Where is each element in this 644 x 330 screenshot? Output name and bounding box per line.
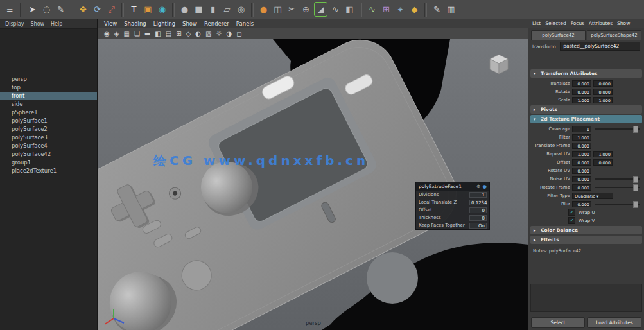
- shadows-icon[interactable]: ◑: [226, 31, 232, 37]
- load-attributes-button[interactable]: Load Attributes: [587, 317, 641, 328]
- outliner-menu-display[interactable]: Display: [5, 21, 24, 27]
- field-chart-icon[interactable]: ▤: [166, 31, 171, 37]
- ipr-render-icon[interactable]: ◉: [156, 3, 168, 16]
- outliner-menu-show[interactable]: Show: [31, 21, 45, 27]
- torus-primitive-icon[interactable]: ◎: [235, 3, 247, 16]
- dropdown[interactable]: Quadratic ▾: [572, 193, 613, 199]
- lock-camera-icon[interactable]: ◈: [114, 31, 119, 37]
- value-field[interactable]: 1.000: [593, 151, 613, 157]
- grid-toggle-icon[interactable]: ▦: [123, 31, 129, 37]
- bridge-tool-icon[interactable]: ◫: [272, 3, 284, 16]
- measure-tool-icon[interactable]: ▥: [445, 3, 457, 16]
- node-name-field[interactable]: pasted__polySurface42: [560, 42, 640, 51]
- ae-menu-selected[interactable]: Selected: [545, 21, 566, 26]
- sphere-primitive-icon[interactable]: ●: [178, 3, 191, 16]
- view-cube[interactable]: [486, 52, 512, 78]
- smooth-tool-icon[interactable]: ∿: [329, 3, 342, 16]
- shaded-icon[interactable]: ◐: [195, 31, 201, 37]
- viewport-menu-shading[interactable]: Shading: [124, 21, 146, 27]
- value-field[interactable]: 0.000: [572, 80, 591, 87]
- slider[interactable]: [595, 187, 640, 188]
- value-field[interactable]: 1.000: [572, 134, 591, 141]
- section-header[interactable]: ▸Pivots: [530, 105, 642, 114]
- pin-icon[interactable]: ●: [482, 184, 487, 189]
- notes-area[interactable]: [530, 284, 642, 312]
- textured-icon[interactable]: ▨: [205, 31, 211, 37]
- viewport-menu-renderer[interactable]: Renderer: [204, 21, 229, 27]
- mirror-tool-icon[interactable]: ◧: [344, 3, 356, 16]
- value-field[interactable]: 0.000: [572, 184, 591, 191]
- checkbox[interactable]: ✓: [568, 217, 575, 224]
- viewport-menu-panels[interactable]: Panels: [236, 21, 254, 27]
- ae-menu-show[interactable]: Show: [617, 21, 630, 26]
- value-field[interactable]: 0.000: [593, 80, 613, 87]
- safe-action-icon[interactable]: ⊞: [176, 31, 181, 37]
- value-field[interactable]: 0.000: [572, 89, 591, 95]
- value-field[interactable]: 0.000: [572, 159, 591, 166]
- gear-icon[interactable]: ⚙: [476, 184, 481, 189]
- outliner-menu-help[interactable]: Help: [51, 21, 62, 27]
- ae-menu-focus[interactable]: Focus: [571, 21, 584, 26]
- slider[interactable]: [595, 128, 640, 130]
- section-header[interactable]: ▾2d Texture Placement: [530, 115, 642, 123]
- value-field[interactable]: 0.000: [572, 168, 591, 174]
- xray-icon[interactable]: ◻: [236, 31, 241, 37]
- slider[interactable]: [595, 178, 640, 180]
- hud-row-value[interactable]: 0.1234: [469, 200, 487, 205]
- lighting-icon[interactable]: ☼: [216, 31, 222, 37]
- bevel-tool-icon[interactable]: ◢: [314, 2, 327, 17]
- outliner-item[interactable]: polySurface2: [0, 125, 97, 134]
- outliner-item[interactable]: polySurface3: [0, 134, 97, 142]
- multi-cut-tool-icon[interactable]: ✂: [286, 3, 298, 16]
- value-field[interactable]: 1: [572, 126, 591, 132]
- paint-select-tool-icon[interactable]: ✎: [55, 3, 67, 16]
- outliner-item[interactable]: side: [0, 100, 97, 109]
- value-field[interactable]: 0.000: [572, 176, 591, 182]
- ae-tab[interactable]: polySurface42: [531, 30, 586, 40]
- ae-menu-list[interactable]: List: [532, 21, 541, 26]
- select-tool-icon[interactable]: ➤: [26, 3, 39, 16]
- target-weld-tool-icon[interactable]: ⊕: [300, 3, 312, 16]
- hud-row-value[interactable]: 0: [469, 215, 487, 221]
- lasso-tool-icon[interactable]: ◌: [40, 3, 53, 16]
- scale-tool-icon[interactable]: ⤢: [105, 3, 117, 16]
- cylinder-primitive-icon[interactable]: ▮: [207, 3, 219, 16]
- section-header[interactable]: ▾Transform Attributes: [530, 69, 642, 78]
- checkbox[interactable]: ✓: [568, 209, 575, 216]
- slider-handle[interactable]: [633, 126, 638, 133]
- outliner-item[interactable]: polySurface1: [0, 117, 97, 125]
- pen-tool-icon[interactable]: ✎: [431, 3, 443, 16]
- outliner-item[interactable]: polySurface4: [0, 142, 97, 150]
- curve-tool-icon[interactable]: ∿: [366, 3, 378, 16]
- viewport-menu-view[interactable]: View: [104, 21, 117, 27]
- slider[interactable]: [595, 204, 640, 205]
- value-field[interactable]: 0.000: [593, 159, 613, 166]
- select-button[interactable]: Select: [531, 317, 585, 328]
- viewport-menu-show[interactable]: Show: [182, 21, 197, 27]
- gate-mask-icon[interactable]: ◧: [155, 31, 161, 37]
- outliner-item[interactable]: place2dTexture1: [0, 167, 97, 175]
- outliner-item[interactable]: top: [0, 83, 97, 92]
- menu-icon[interactable]: ≡: [4, 3, 16, 16]
- wireframe-icon[interactable]: ◇: [186, 31, 191, 37]
- in-view-editor[interactable]: polyExtrudeFace1 ⚙ ● Divisions1Local Tra…: [415, 182, 490, 230]
- in-view-editor-title[interactable]: polyExtrudeFace1 ⚙ ●: [416, 182, 489, 191]
- outliner-item[interactable]: persp: [0, 75, 97, 83]
- lattice-icon[interactable]: ⊞: [380, 3, 392, 16]
- move-tool-icon[interactable]: ✥: [77, 3, 89, 16]
- hud-row-value[interactable]: 0: [469, 207, 487, 213]
- viewport-canvas[interactable]: 绘CG www.qdnxxfb.cn persp polyExtrudeFace…: [98, 39, 528, 330]
- ae-menu-attributes[interactable]: Attributes: [589, 21, 613, 26]
- outliner-item[interactable]: pSphere1: [0, 109, 97, 117]
- value-field[interactable]: 0.000: [572, 201, 591, 207]
- outliner-item[interactable]: front: [0, 92, 97, 100]
- slider-handle[interactable]: [633, 176, 638, 183]
- constraint-icon[interactable]: ◆: [408, 3, 421, 16]
- section-header[interactable]: ▸Color Balance: [530, 226, 642, 234]
- sculpt-tool-icon[interactable]: ●: [257, 3, 270, 16]
- section-header[interactable]: ▸Effects: [530, 236, 642, 244]
- ae-tab[interactable]: polySurfaceShape42: [587, 30, 641, 40]
- resolution-gate-icon[interactable]: ▬: [144, 31, 150, 37]
- outliner-item[interactable]: group1: [0, 159, 97, 167]
- value-field[interactable]: 1.000: [593, 97, 613, 103]
